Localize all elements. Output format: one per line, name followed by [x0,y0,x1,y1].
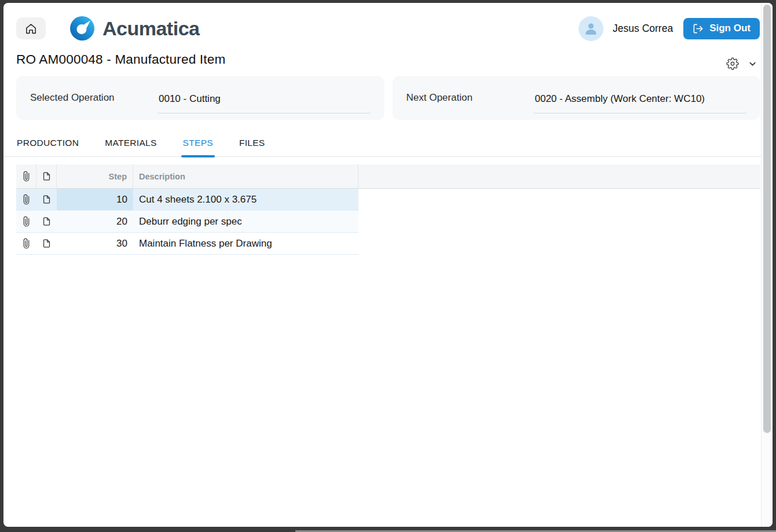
row-attachment-button[interactable] [16,211,36,232]
brand-wordmark: Acumatica [103,17,199,40]
user-icon [583,21,599,36]
row-attachment-button[interactable] [16,189,36,210]
scrollbar-thumb[interactable] [763,5,771,433]
home-button[interactable] [16,17,46,39]
step-number-cell[interactable]: 30 [57,233,133,254]
step-number-cell[interactable]: 20 [57,211,133,232]
chevron-down-icon [748,59,757,69]
vertical-scrollbar[interactable] [761,3,773,527]
description-column-header[interactable]: Description [133,164,358,188]
gear-icon [726,57,739,70]
app-window: Acumatica Jesus Correa Sign Out [3,3,773,527]
selected-operation-label: Selected Operation [30,92,158,104]
operation-panels: Selected Operation 0010 - Cutting Next O… [16,76,760,120]
step-column-header[interactable]: Step [57,164,133,188]
step-description-cell[interactable]: Deburr edging per spec [133,211,358,232]
tab-steps[interactable]: STEPS [182,135,214,156]
paperclip-icon [19,169,33,183]
acumatica-logo-mark-icon [69,16,95,41]
steps-grid-header: Step Description [16,164,760,189]
file-icon [42,171,52,181]
next-operation-label: Next Operation [407,92,534,104]
selected-operation-panel: Selected Operation 0010 - Cutting [16,76,385,120]
step-description-cell[interactable]: Maintain Flatness per Drawing [133,233,358,254]
tab-files[interactable]: FILES [239,135,266,156]
row-note-button[interactable] [36,233,57,254]
home-icon [24,22,38,35]
title-menu-chevron-button[interactable] [748,59,757,69]
table-row-step-30[interactable]: 30 Maintain Flatness per Drawing [16,233,358,255]
file-icon [42,217,52,226]
step-number-cell[interactable]: 10 [57,189,133,210]
file-icon [42,239,52,248]
acumatica-logo: Acumatica [69,16,199,41]
next-operation-value[interactable]: 0020 - Assembly (Work Center: WC10) [534,93,747,113]
page-title: RO AM000048 - Manufactured Item [16,52,225,67]
row-attachment-button[interactable] [16,233,36,254]
tab-materials[interactable]: MATERIALS [104,135,157,156]
top-bar: Acumatica Jesus Correa Sign Out [3,3,773,41]
table-row-step-10[interactable]: 10 Cut 4 sheets 2.100 x 3.675 [16,189,358,211]
file-icon [42,195,52,204]
tab-bar: PRODUCTION MATERIALS STEPS FILES [3,135,773,157]
paperclip-icon [19,192,33,206]
step-description-cell[interactable]: Cut 4 sheets 2.100 x 3.675 [133,189,358,210]
tab-production[interactable]: PRODUCTION [16,135,79,156]
row-note-button[interactable] [36,211,57,232]
attachments-column-header[interactable] [16,164,36,188]
selected-operation-value[interactable]: 0010 - Cutting [158,93,371,113]
table-row-step-20[interactable]: 20 Deburr edging per spec [16,211,358,233]
sign-out-icon [693,23,704,34]
notes-column-header[interactable] [36,164,57,188]
user-name: Jesus Correa [613,23,673,35]
sign-out-label: Sign Out [709,23,751,34]
settings-gear-button[interactable] [726,57,739,70]
grid-header-filler [358,164,760,188]
avatar [579,16,603,41]
paperclip-icon [19,214,33,228]
next-operation-panel: Next Operation 0020 - Assembly (Work Cen… [393,76,761,120]
title-row: RO AM000048 - Manufactured Item [3,49,773,70]
row-note-button[interactable] [36,189,57,210]
paperclip-icon [19,236,33,250]
sign-out-button[interactable]: Sign Out [683,18,760,39]
steps-grid: Step Description 10 [16,164,760,255]
